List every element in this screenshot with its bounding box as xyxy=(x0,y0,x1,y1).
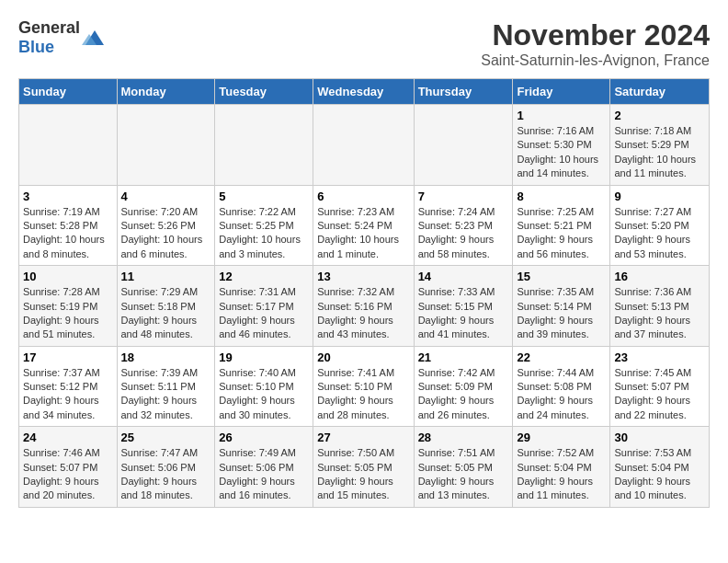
calendar-day-cell: 15Sunrise: 7:35 AM Sunset: 5:14 PM Dayli… xyxy=(513,266,610,347)
calendar-day-cell: 5Sunrise: 7:22 AM Sunset: 5:25 PM Daylig… xyxy=(215,185,313,266)
day-number: 23 xyxy=(614,350,705,364)
calendar-day-cell: 18Sunrise: 7:39 AM Sunset: 5:11 PM Dayli… xyxy=(117,346,215,427)
day-info: Sunrise: 7:44 AM Sunset: 5:08 PM Dayligh… xyxy=(517,366,606,423)
calendar-day-cell: 25Sunrise: 7:47 AM Sunset: 5:06 PM Dayli… xyxy=(117,427,215,508)
calendar-day-cell: 13Sunrise: 7:32 AM Sunset: 5:16 PM Dayli… xyxy=(313,266,414,347)
day-info: Sunrise: 7:18 AM Sunset: 5:29 PM Dayligh… xyxy=(614,124,705,181)
day-info: Sunrise: 7:45 AM Sunset: 5:07 PM Dayligh… xyxy=(614,366,705,423)
day-number: 21 xyxy=(418,350,509,364)
day-number: 15 xyxy=(517,270,606,283)
day-number: 9 xyxy=(614,190,705,203)
calendar-day-cell: 6Sunrise: 7:23 AM Sunset: 5:24 PM Daylig… xyxy=(313,185,414,266)
day-info: Sunrise: 7:42 AM Sunset: 5:09 PM Dayligh… xyxy=(418,366,509,423)
day-info: Sunrise: 7:51 AM Sunset: 5:05 PM Dayligh… xyxy=(418,446,509,503)
calendar-day-cell: 8Sunrise: 7:25 AM Sunset: 5:21 PM Daylig… xyxy=(513,185,610,266)
calendar-day-cell: 7Sunrise: 7:24 AM Sunset: 5:23 PM Daylig… xyxy=(414,185,513,266)
day-info: Sunrise: 7:41 AM Sunset: 5:10 PM Dayligh… xyxy=(317,366,409,423)
calendar-day-cell: 4Sunrise: 7:20 AM Sunset: 5:26 PM Daylig… xyxy=(117,185,215,266)
day-number: 8 xyxy=(517,190,606,203)
weekday-header: Saturday xyxy=(610,79,710,105)
weekday-header: Tuesday xyxy=(215,79,313,105)
day-info: Sunrise: 7:23 AM Sunset: 5:24 PM Dayligh… xyxy=(317,205,409,262)
calendar-day-cell: 26Sunrise: 7:49 AM Sunset: 5:06 PM Dayli… xyxy=(215,427,313,508)
logo: General Blue xyxy=(18,18,104,57)
day-info: Sunrise: 7:27 AM Sunset: 5:20 PM Dayligh… xyxy=(614,205,705,262)
calendar-table: SundayMondayTuesdayWednesdayThursdayFrid… xyxy=(18,78,710,508)
day-info: Sunrise: 7:46 AM Sunset: 5:07 PM Dayligh… xyxy=(23,446,113,503)
day-info: Sunrise: 7:36 AM Sunset: 5:13 PM Dayligh… xyxy=(614,285,705,342)
day-number: 13 xyxy=(317,270,409,283)
calendar-day-cell xyxy=(19,105,118,186)
calendar-day-cell: 12Sunrise: 7:31 AM Sunset: 5:17 PM Dayli… xyxy=(215,266,313,347)
calendar-day-cell: 3Sunrise: 7:19 AM Sunset: 5:28 PM Daylig… xyxy=(19,185,118,266)
day-number: 26 xyxy=(219,431,309,444)
calendar-week-row: 10Sunrise: 7:28 AM Sunset: 5:19 PM Dayli… xyxy=(19,266,710,347)
calendar-week-row: 1Sunrise: 7:16 AM Sunset: 5:30 PM Daylig… xyxy=(19,105,710,186)
calendar-day-cell: 24Sunrise: 7:46 AM Sunset: 5:07 PM Dayli… xyxy=(19,427,118,508)
calendar-day-cell: 1Sunrise: 7:16 AM Sunset: 5:30 PM Daylig… xyxy=(513,105,610,186)
calendar-day-cell xyxy=(414,105,513,186)
day-number: 30 xyxy=(614,431,705,444)
day-info: Sunrise: 7:22 AM Sunset: 5:25 PM Dayligh… xyxy=(219,205,309,262)
calendar-day-cell xyxy=(215,105,313,186)
calendar-day-cell: 27Sunrise: 7:50 AM Sunset: 5:05 PM Dayli… xyxy=(313,427,414,508)
day-info: Sunrise: 7:33 AM Sunset: 5:15 PM Dayligh… xyxy=(418,285,509,342)
day-info: Sunrise: 7:24 AM Sunset: 5:23 PM Dayligh… xyxy=(418,205,509,262)
weekday-header: Sunday xyxy=(19,79,118,105)
calendar-day-cell xyxy=(117,105,215,186)
calendar-week-row: 3Sunrise: 7:19 AM Sunset: 5:28 PM Daylig… xyxy=(19,185,710,266)
logo-text: General Blue xyxy=(18,18,80,57)
logo-blue: Blue xyxy=(18,38,54,56)
title-area: November 2024 Saint-Saturnin-les-Avignon… xyxy=(481,18,710,69)
calendar-week-row: 17Sunrise: 7:37 AM Sunset: 5:12 PM Dayli… xyxy=(19,346,710,427)
header: General Blue November 2024 Saint-Saturni… xyxy=(18,18,710,69)
calendar-day-cell: 30Sunrise: 7:53 AM Sunset: 5:04 PM Dayli… xyxy=(610,427,710,508)
day-number: 7 xyxy=(418,190,509,203)
day-number: 16 xyxy=(614,270,705,283)
day-info: Sunrise: 7:31 AM Sunset: 5:17 PM Dayligh… xyxy=(219,285,309,342)
weekday-header: Monday xyxy=(117,79,215,105)
calendar-day-cell xyxy=(313,105,414,186)
day-info: Sunrise: 7:37 AM Sunset: 5:12 PM Dayligh… xyxy=(23,366,113,423)
day-info: Sunrise: 7:40 AM Sunset: 5:10 PM Dayligh… xyxy=(219,366,309,423)
day-info: Sunrise: 7:52 AM Sunset: 5:04 PM Dayligh… xyxy=(517,446,606,503)
day-info: Sunrise: 7:25 AM Sunset: 5:21 PM Dayligh… xyxy=(517,205,606,262)
logo-icon xyxy=(82,27,104,49)
calendar-day-cell: 22Sunrise: 7:44 AM Sunset: 5:08 PM Dayli… xyxy=(513,346,610,427)
calendar-week-row: 24Sunrise: 7:46 AM Sunset: 5:07 PM Dayli… xyxy=(19,427,710,508)
location-title: Saint-Saturnin-les-Avignon, France xyxy=(481,52,710,69)
day-number: 19 xyxy=(219,350,309,364)
calendar-day-cell: 19Sunrise: 7:40 AM Sunset: 5:10 PM Dayli… xyxy=(215,346,313,427)
day-info: Sunrise: 7:47 AM Sunset: 5:06 PM Dayligh… xyxy=(121,446,211,503)
day-info: Sunrise: 7:39 AM Sunset: 5:11 PM Dayligh… xyxy=(121,366,211,423)
day-number: 5 xyxy=(219,190,309,203)
month-title: November 2024 xyxy=(481,18,710,52)
day-number: 4 xyxy=(121,190,211,203)
day-number: 17 xyxy=(23,350,113,364)
calendar-day-cell: 2Sunrise: 7:18 AM Sunset: 5:29 PM Daylig… xyxy=(610,105,710,186)
day-info: Sunrise: 7:53 AM Sunset: 5:04 PM Dayligh… xyxy=(614,446,705,503)
day-number: 10 xyxy=(23,270,113,283)
calendar-day-cell: 9Sunrise: 7:27 AM Sunset: 5:20 PM Daylig… xyxy=(610,185,710,266)
weekday-header: Thursday xyxy=(414,79,513,105)
day-number: 11 xyxy=(121,270,211,283)
calendar-day-cell: 10Sunrise: 7:28 AM Sunset: 5:19 PM Dayli… xyxy=(19,266,118,347)
day-number: 24 xyxy=(23,431,113,444)
weekday-header: Wednesday xyxy=(313,79,414,105)
day-info: Sunrise: 7:19 AM Sunset: 5:28 PM Dayligh… xyxy=(23,205,113,262)
day-info: Sunrise: 7:20 AM Sunset: 5:26 PM Dayligh… xyxy=(121,205,211,262)
calendar-day-cell: 20Sunrise: 7:41 AM Sunset: 5:10 PM Dayli… xyxy=(313,346,414,427)
calendar-day-cell: 23Sunrise: 7:45 AM Sunset: 5:07 PM Dayli… xyxy=(610,346,710,427)
day-number: 27 xyxy=(317,431,409,444)
day-number: 28 xyxy=(418,431,509,444)
day-number: 1 xyxy=(517,109,606,122)
day-number: 6 xyxy=(317,190,409,203)
day-info: Sunrise: 7:29 AM Sunset: 5:18 PM Dayligh… xyxy=(121,285,211,342)
weekday-header: Friday xyxy=(513,79,610,105)
day-number: 12 xyxy=(219,270,309,283)
day-number: 14 xyxy=(418,270,509,283)
day-info: Sunrise: 7:35 AM Sunset: 5:14 PM Dayligh… xyxy=(517,285,606,342)
day-info: Sunrise: 7:32 AM Sunset: 5:16 PM Dayligh… xyxy=(317,285,409,342)
day-number: 29 xyxy=(517,431,606,444)
weekday-header-row: SundayMondayTuesdayWednesdayThursdayFrid… xyxy=(19,79,710,105)
